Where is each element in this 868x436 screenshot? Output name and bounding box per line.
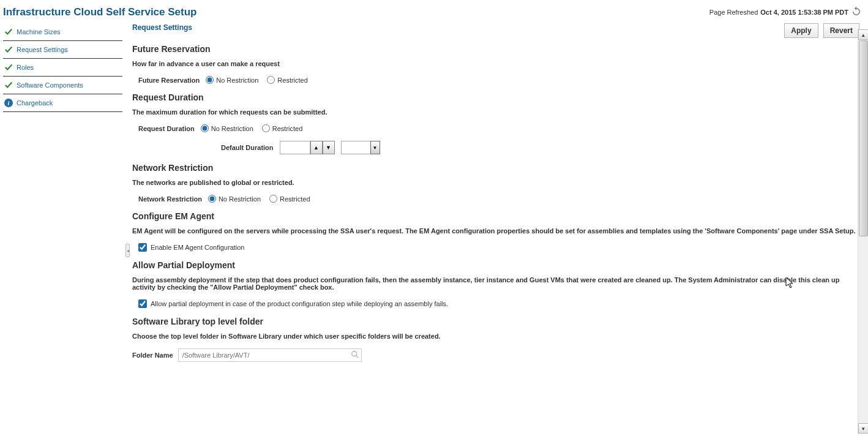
radio-input[interactable] [269,195,277,203]
check-icon [4,28,13,36]
network-restriction-desc: The networks are published to global or … [132,179,859,186]
svg-point-0 [351,351,356,356]
radio-input[interactable] [267,76,275,84]
allow-partial-deploy-checkbox[interactable] [138,299,147,308]
request-duration-label: Request Duration [138,125,195,132]
sw-library-heading: Software Library top level folder [132,317,859,326]
allow-partial-deploy-label: Allow partial deployment in case of the … [151,300,448,307]
dropdown-button[interactable]: ▼ [370,141,380,154]
scroll-up-button[interactable]: ▴ [858,29,868,40]
radio-input[interactable] [208,195,216,203]
vertical-scrollbar[interactable]: ▴ ▾ [858,29,868,434]
request-settings-title: Request Settings [132,23,192,32]
check-icon [4,81,13,89]
toolbar: Apply Revert [784,23,859,38]
radio-label: Restricted [272,125,303,132]
spinner-down-button[interactable]: ▼ [323,141,335,154]
radio-input[interactable] [201,124,209,132]
default-duration-unit-input[interactable] [341,141,370,154]
enable-em-agent-checkbox[interactable] [138,243,147,252]
request-duration-restricted[interactable]: Restricted [262,124,303,132]
radio-label: Restricted [277,77,308,84]
future-reservation-heading: Future Reservation [132,44,859,54]
revert-button[interactable]: Revert [823,23,859,38]
sidebar-item-roles[interactable]: Roles [3,59,122,77]
refresh-label: Page Refreshed [709,9,758,16]
request-duration-no-restriction[interactable]: No Restriction [201,124,253,132]
svg-line-1 [356,356,358,358]
folder-name-label: Folder Name [132,351,173,359]
radio-input[interactable] [206,76,214,84]
future-reservation-no-restriction[interactable]: No Restriction [206,76,258,84]
sidebar-item-machine-sizes[interactable]: Machine Sizes [3,23,122,41]
partial-deploy-heading: Allow Partial Deployment [132,260,859,270]
future-reservation-label: Future Reservation [138,77,200,84]
request-duration-heading: Request Duration [132,92,859,102]
spinner-up-button[interactable]: ▲ [310,141,323,154]
radio-input[interactable] [262,124,270,132]
sidebar-item-label: Software Components [17,81,83,89]
refresh-icon[interactable] [851,6,862,18]
folder-name-input[interactable] [178,348,362,362]
partial-deploy-desc: During assembly deployment if the step t… [132,276,859,291]
sidebar-item-request-settings[interactable]: Request Settings [3,41,122,59]
em-agent-desc: EM Agent will be configured on the serve… [132,227,859,235]
enable-em-agent-label: Enable EM Agent Configuration [151,244,245,251]
radio-label: No Restriction [219,195,261,203]
sw-library-desc: Choose the top level folder in Software … [132,333,859,340]
page-refresh-info: Page Refreshed Oct 4, 2015 1:53:38 PM PD… [709,6,862,18]
check-icon [4,45,13,54]
radio-label: No Restriction [216,77,258,84]
check-icon [4,63,13,72]
default-duration-label: Default Duration [221,144,274,151]
sidebar: Machine Sizes Request Settings Roles Sof… [0,23,122,436]
info-icon: i [4,99,13,107]
network-restriction-no-restriction[interactable]: No Restriction [208,195,261,203]
sidebar-item-label: Roles [17,64,34,71]
default-duration-input[interactable] [280,141,310,154]
future-reservation-restricted[interactable]: Restricted [267,76,308,84]
em-agent-heading: Configure EM Agent [132,211,859,221]
sidebar-item-chargeback[interactable]: i Chargeback [3,94,122,112]
network-restriction-label: Network Restriction [138,195,202,203]
sidebar-item-label: Request Settings [17,46,68,53]
sidebar-item-label: Chargeback [17,99,53,107]
request-duration-desc: The maximum duration for which requests … [132,108,859,116]
radio-label: Restricted [280,195,310,203]
scroll-thumb[interactable] [859,40,868,236]
refresh-time: Oct 4, 2015 1:53:38 PM PDT [760,9,848,16]
sidebar-item-software-components[interactable]: Software Components [3,77,122,94]
apply-button[interactable]: Apply [784,23,818,38]
network-restriction-heading: Network Restriction [132,163,859,173]
search-icon[interactable] [351,350,359,359]
scroll-down-button[interactable]: ▾ [858,423,868,434]
future-reservation-desc: How far in advance a user can make a req… [132,60,859,67]
sidebar-item-label: Machine Sizes [17,28,61,36]
radio-label: No Restriction [211,125,253,132]
content-area: Request Settings Apply Revert Future Res… [132,23,859,362]
network-restriction-restricted[interactable]: Restricted [269,195,310,203]
page-title: Infrastructure Cloud Self Service Setup [3,6,196,18]
